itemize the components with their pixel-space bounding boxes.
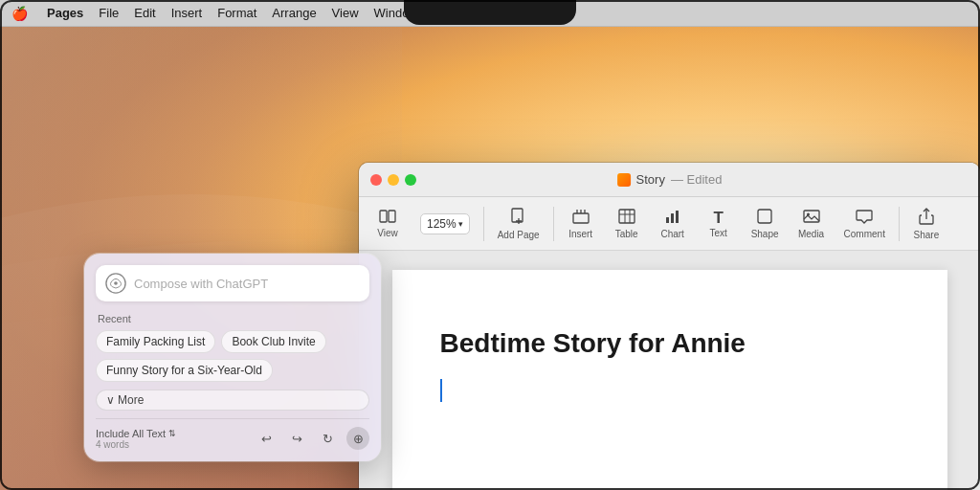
chart-icon [664,209,681,227]
word-count: 4 words [96,439,176,450]
recent-item-book-club[interactable]: Book Club Invite [221,330,325,353]
recent-item-funny-story[interactable]: Funny Story for a Six-Year-Old [96,359,273,382]
svg-rect-9 [619,210,635,223]
svg-rect-0 [380,211,387,222]
pages-content: Bedtime Story for Annie [359,251,980,490]
zoom-value: 125% [427,217,457,231]
menubar-arrange[interactable]: Arrange [272,6,316,20]
share-label: Share [914,230,940,240]
zoom-chevron: ▾ [458,219,463,229]
menubar-pages[interactable]: Pages [47,6,83,20]
svg-rect-16 [758,210,771,223]
apple-menu[interactable]: 🍎 [11,6,28,21]
toolbar-separator-3 [899,207,900,241]
text-label: Text [709,228,726,238]
pages-document-icon [617,173,631,187]
view-label: View [377,228,398,238]
toolbar-separator-2 [553,207,554,241]
media-label: Media [798,229,824,239]
toolbar-separator-1 [483,207,484,241]
toolbar-chart[interactable]: Chart [652,205,694,243]
more-chevron-icon: ∨ [106,393,115,407]
toolbar-insert[interactable]: Insert [560,205,602,243]
svg-rect-2 [512,209,523,222]
table-label: Table [615,229,638,239]
close-button[interactable] [370,174,382,186]
recent-items-list: Family Packing List Book Club Invite Fun… [96,330,369,382]
toolbar-media[interactable]: Media [791,205,833,243]
chatgpt-logo [105,273,126,294]
recent-item-family-packing[interactable]: Family Packing List [96,330,215,353]
shape-label: Shape [751,229,779,239]
window-edited-label: — Edited [671,172,722,187]
toolbar-comment[interactable]: Comment [836,205,893,243]
toolbar-add-page[interactable]: Add Page [490,204,547,244]
include-text-area: Include All Text ⇅ 4 words [96,428,176,450]
zoom-selector[interactable]: 125% ▾ [420,213,470,234]
view-icon [379,210,396,226]
pages-window: Story — Edited View 125% ▾ [359,163,980,490]
include-all-text[interactable]: Include All Text ⇅ [96,428,176,439]
chatgpt-input-placeholder[interactable]: Compose with ChatGPT [134,277,360,291]
chatgpt-footer: Include All Text ⇅ 4 words ↩ ↪ ↻ ⊕ [96,418,369,450]
comment-label: Comment [844,229,885,239]
window-title: Story — Edited [617,172,723,187]
chart-label: Chart [660,229,683,239]
chatgpt-input-area[interactable]: Compose with ChatGPT [96,265,369,301]
share-icon [919,208,934,228]
window-controls [370,174,416,186]
table-icon [618,209,635,227]
insert-label: Insert [568,229,592,239]
toolbar-view[interactable]: View [367,206,409,242]
shape-icon [757,209,773,227]
pages-document[interactable]: Bedtime Story for Annie [392,270,947,490]
svg-rect-14 [671,213,674,223]
window-title-text: Story [636,172,665,187]
footer-actions: ↩ ↪ ↻ ⊕ [255,427,369,450]
comment-icon [856,209,873,227]
undo-button[interactable]: ↩ [255,427,278,450]
document-cursor [440,379,900,402]
add-page-label: Add Page [498,230,540,240]
menubar-insert[interactable]: Insert [171,6,203,20]
text-cursor [440,379,442,402]
svg-point-20 [114,281,118,285]
pages-toolbar: View 125% ▾ Add Page [359,197,980,251]
menubar-edit[interactable]: Edit [134,6,155,20]
toolbar-text[interactable]: T Text [698,206,740,242]
maximize-button[interactable] [405,174,416,186]
add-button[interactable]: ⊕ [346,427,369,450]
more-button[interactable]: ∨ More [96,390,369,411]
svg-rect-1 [389,211,395,222]
toolbar-shape[interactable]: Shape [744,205,787,243]
window-titlebar: Story — Edited [359,163,980,197]
menubar-file[interactable]: File [99,6,119,20]
menubar-view[interactable]: View [332,6,359,20]
document-title: Bedtime Story for Annie [440,327,900,360]
insert-icon [572,209,590,227]
toolbar-zoom[interactable]: 125% ▾ [412,210,478,238]
camera-notch [404,0,576,25]
recent-label: Recent [96,313,369,324]
svg-rect-15 [676,211,679,223]
media-icon [803,209,820,227]
redo-button[interactable]: ↪ [285,427,308,450]
minimize-button[interactable] [388,174,399,186]
svg-rect-13 [666,217,669,223]
chatgpt-popup: Compose with ChatGPT Recent Family Packi… [84,254,381,461]
text-icon: T [713,210,723,226]
include-label: Include All Text [96,428,166,439]
menubar-format[interactable]: Format [217,6,256,20]
toolbar-share[interactable]: Share [905,204,947,244]
toolbar-table[interactable]: Table [606,205,648,243]
include-chevron-icon: ⇅ [168,429,176,438]
svg-rect-5 [573,213,589,223]
more-label: More [118,393,144,407]
refresh-button[interactable]: ↻ [316,427,339,450]
add-page-icon [511,208,526,228]
